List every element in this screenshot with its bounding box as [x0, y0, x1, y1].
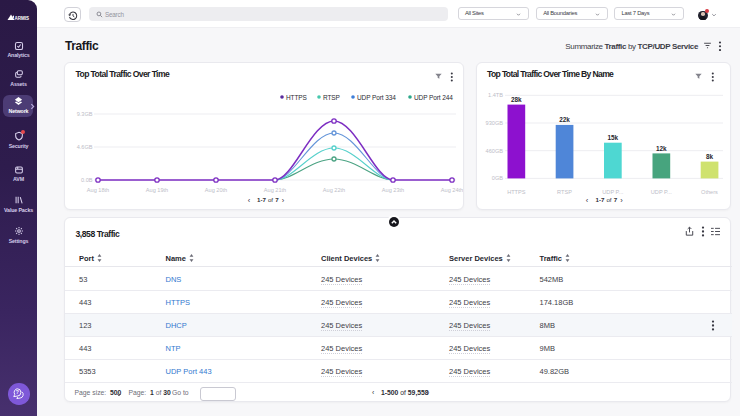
svg-text:1.4TB: 1.4TB	[488, 92, 503, 98]
svg-text:Aug 22th: Aug 22th	[323, 187, 345, 193]
svg-text:‹: ‹	[586, 196, 589, 205]
svg-text:UDP P...: UDP P...	[602, 189, 623, 195]
svg-text:4.6GB: 4.6GB	[77, 144, 93, 150]
svg-text:Others: Others	[701, 189, 718, 195]
svg-text:ARMIS: ARMIS	[15, 16, 30, 21]
svg-text:Aug 18th: Aug 18th	[87, 187, 109, 193]
svg-text:RTSP: RTSP	[323, 94, 340, 101]
svg-text:15k: 15k	[607, 134, 618, 141]
svg-text:22k: 22k	[559, 116, 570, 123]
svg-text:UDP Port 334: UDP Port 334	[357, 94, 396, 101]
svg-text:7: 7	[614, 196, 618, 203]
svg-text:Aug 24th: Aug 24th	[441, 187, 463, 193]
svg-text:1-7: 1-7	[257, 196, 267, 203]
svg-text:28k: 28k	[511, 96, 522, 103]
svg-text:9.3GB: 9.3GB	[77, 111, 93, 117]
svg-text:7: 7	[275, 196, 279, 203]
svg-text:of: of	[268, 196, 273, 203]
svg-text:UDP P...: UDP P...	[651, 189, 672, 195]
svg-text:Aug 19th: Aug 19th	[146, 187, 168, 193]
svg-text:930GB: 930GB	[486, 120, 504, 126]
svg-text:RTSP: RTSP	[557, 189, 572, 195]
svg-text:1-7: 1-7	[596, 196, 606, 203]
svg-text:›: ›	[620, 196, 623, 205]
svg-text:Aug 21th: Aug 21th	[264, 187, 286, 193]
svg-text:?: ?	[16, 389, 19, 395]
svg-text:0GB: 0GB	[492, 175, 503, 181]
svg-text:of: of	[606, 196, 611, 203]
svg-text:0.0B: 0.0B	[81, 177, 93, 183]
svg-text:Aug 20th: Aug 20th	[205, 187, 227, 193]
svg-text:HTTPS: HTTPS	[507, 189, 526, 195]
svg-text:8k: 8k	[706, 153, 714, 160]
svg-text:‹: ‹	[248, 196, 251, 205]
svg-text:UDP Port 244: UDP Port 244	[414, 94, 453, 101]
svg-text:460GB: 460GB	[486, 148, 504, 154]
svg-text:Aug 23th: Aug 23th	[382, 187, 404, 193]
svg-text:HTTPS: HTTPS	[286, 94, 308, 101]
svg-text:12k: 12k	[656, 145, 667, 152]
svg-text:›: ›	[282, 196, 285, 205]
